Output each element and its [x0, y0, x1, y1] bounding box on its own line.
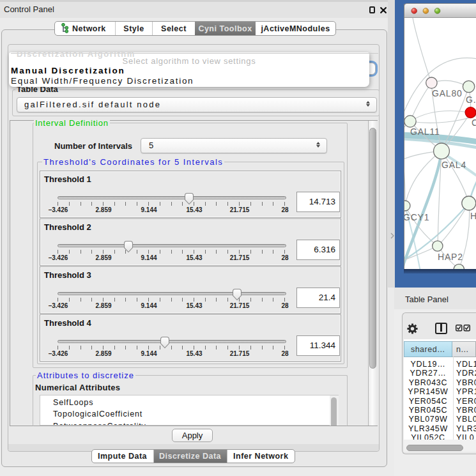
- svg-text:G.: G.: [466, 95, 476, 105]
- svg-text:GAL4: GAL4: [441, 160, 466, 170]
- svg-text:C: C: [472, 118, 476, 128]
- svg-text:H: H: [470, 211, 476, 221]
- svg-text:HAP2: HAP2: [438, 252, 463, 262]
- svg-text:GAL80: GAL80: [432, 88, 463, 98]
- svg-text:GCY1: GCY1: [404, 212, 429, 222]
- svg-text:GAL11: GAL11: [410, 127, 440, 137]
